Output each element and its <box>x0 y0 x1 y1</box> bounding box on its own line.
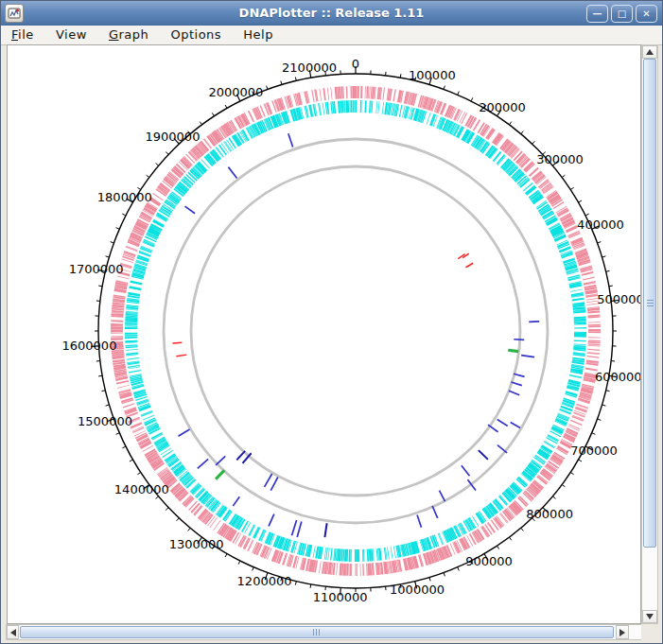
svg-text:1300000: 1300000 <box>169 537 224 551</box>
horizontal-scrollbar-thumb[interactable] <box>20 626 614 638</box>
svg-text:1600000: 1600000 <box>62 339 117 353</box>
close-button[interactable]: ✕ <box>636 5 657 23</box>
scroll-up-button[interactable] <box>642 45 657 59</box>
menu-options[interactable]: Options <box>163 26 229 44</box>
svg-text:1400000: 1400000 <box>114 482 169 496</box>
forward-strand-features <box>111 86 601 576</box>
horizontal-scrollbar[interactable] <box>6 624 642 640</box>
svg-text:800000: 800000 <box>526 507 573 521</box>
svg-text:1700000: 1700000 <box>69 262 124 276</box>
vertical-scrollbar-thumb[interactable] <box>643 59 656 548</box>
menu-graph[interactable]: Graph <box>101 26 156 44</box>
scrollbar-grip-icon <box>647 300 654 307</box>
svg-text:700000: 700000 <box>570 444 618 458</box>
svg-text:0: 0 <box>352 57 359 71</box>
svg-text:600000: 600000 <box>595 370 640 384</box>
svg-text:1000000: 1000000 <box>390 583 445 597</box>
scrollbar-corner <box>641 624 658 640</box>
svg-text:1500000: 1500000 <box>78 414 132 428</box>
svg-text:300000: 300000 <box>536 152 584 166</box>
svg-text:400000: 400000 <box>577 218 624 232</box>
menu-bar: File View Graph Options Help <box>1 26 662 45</box>
svg-text:100000: 100000 <box>409 68 456 82</box>
vertical-scrollbar[interactable] <box>641 44 658 624</box>
scroll-down-icon <box>646 614 654 619</box>
maximize-button[interactable]: □ <box>611 5 633 23</box>
reverse-strand-features <box>125 100 586 562</box>
svg-text:1900000: 1900000 <box>146 130 201 144</box>
menu-file[interactable]: File <box>4 26 42 44</box>
circular-genome-plot: 0100000200000300000400000500000600000700… <box>8 45 640 623</box>
scroll-right-button[interactable] <box>616 625 629 639</box>
window-titlebar[interactable]: DNAPlotter :: Release 1.11 — □ ✕ <box>1 1 662 26</box>
scroll-up-icon <box>646 49 654 55</box>
scrollbar-grip-icon <box>313 629 321 635</box>
menu-help[interactable]: Help <box>236 26 281 44</box>
svg-text:1100000: 1100000 <box>313 590 368 604</box>
svg-text:2000000: 2000000 <box>208 85 263 99</box>
scroll-left-button[interactable] <box>7 625 19 639</box>
dnaplotter-window: DNAPlotter :: Release 1.11 — □ ✕ File Vi… <box>0 0 663 644</box>
scroll-down-button[interactable] <box>642 610 657 623</box>
svg-text:200000: 200000 <box>479 100 526 114</box>
menu-view[interactable]: View <box>48 26 95 44</box>
window-title: DNAPlotter :: Release 1.11 <box>1 6 662 20</box>
svg-text:500000: 500000 <box>597 292 640 306</box>
scroll-left-icon <box>10 629 16 636</box>
minimize-button[interactable]: — <box>586 5 608 23</box>
svg-text:1800000: 1800000 <box>97 190 152 204</box>
scroll-right-icon <box>619 629 625 636</box>
svg-text:2100000: 2100000 <box>282 61 337 75</box>
svg-text:900000: 900000 <box>465 554 513 568</box>
svg-text:1200000: 1200000 <box>237 574 292 588</box>
genome-plot-canvas[interactable]: 0100000200000300000400000500000600000700… <box>7 44 641 624</box>
